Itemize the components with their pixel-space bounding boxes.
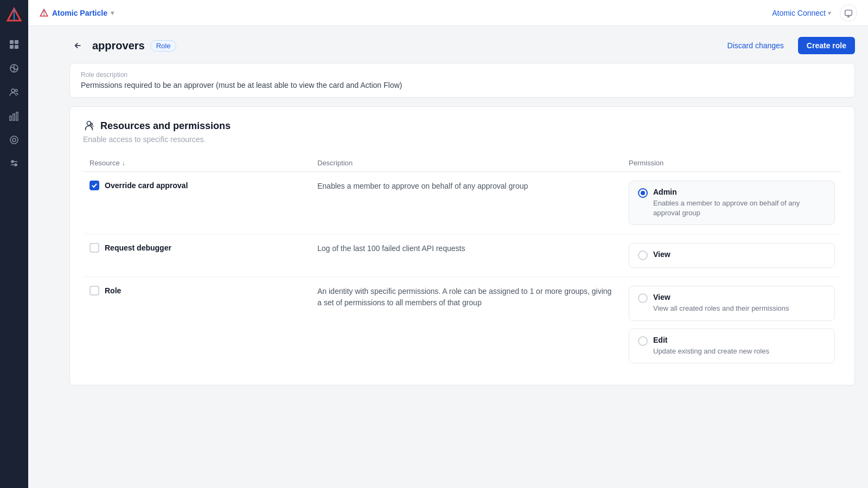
sidebar-item-connections[interactable] bbox=[4, 59, 24, 78]
checkbox-override-card-approval[interactable] bbox=[90, 181, 99, 190]
col-resource: Resource ↓ bbox=[90, 159, 317, 167]
permissions-card: Resources and permissions Enable access … bbox=[69, 106, 855, 386]
svg-rect-4 bbox=[10, 45, 14, 49]
resource-name-debugger: Request debugger bbox=[105, 243, 171, 252]
radio-option-view-role[interactable]: View View all created roles and their pe… bbox=[629, 286, 835, 320]
permissions-subtitle: Enable access to specific resources. bbox=[83, 135, 841, 144]
description-debugger: Log of the last 100 failed client API re… bbox=[317, 243, 629, 254]
app-name-label: Atomic Particle bbox=[52, 9, 107, 17]
sidebar-item-sliders[interactable] bbox=[4, 154, 24, 174]
table-row: Role An identity with specific permissio… bbox=[83, 277, 841, 371]
svg-point-16 bbox=[11, 160, 14, 163]
create-role-button[interactable]: Create role bbox=[798, 37, 855, 54]
svg-point-14 bbox=[12, 138, 16, 142]
description-label: Role description bbox=[81, 71, 844, 79]
topnav: Atomic Particle ▾ Atomic Connect ▾ bbox=[28, 0, 868, 26]
app-name-chevron: ▾ bbox=[111, 9, 114, 17]
radio-btn-admin[interactable] bbox=[638, 188, 648, 198]
radio-title-edit-role: Edit bbox=[653, 336, 769, 344]
description-override: Enables a member to approve on behalf of… bbox=[317, 181, 629, 192]
app-name-nav[interactable]: Atomic Particle ▾ bbox=[39, 8, 114, 18]
resource-cell-role: Role bbox=[90, 286, 317, 296]
radio-title-view-debugger: View bbox=[653, 250, 671, 259]
resource-name-role: Role bbox=[105, 286, 121, 295]
col-permission: Permission bbox=[629, 159, 835, 167]
svg-point-26 bbox=[91, 123, 93, 125]
col-description: Description bbox=[317, 159, 629, 167]
permissions-title: Resources and permissions bbox=[100, 120, 231, 132]
permissions-header: Resources and permissions bbox=[83, 120, 841, 132]
svg-rect-10 bbox=[10, 116, 11, 120]
svg-rect-12 bbox=[16, 112, 18, 120]
description-text: Permissions required to be an approver (… bbox=[81, 81, 844, 89]
notifications-icon[interactable] bbox=[840, 4, 857, 22]
sidebar-item-dashboard[interactable] bbox=[4, 35, 24, 54]
radio-title-view-role: View bbox=[653, 293, 789, 301]
role-badge: Role bbox=[150, 40, 177, 52]
radio-option-edit-role[interactable]: Edit Update existing and create new role… bbox=[629, 329, 835, 363]
permission-cell-role: View View all created roles and their pe… bbox=[629, 286, 835, 363]
table-header: Resource ↓ Description Permission bbox=[83, 155, 841, 172]
page-title: approvers bbox=[92, 40, 145, 52]
app-logo[interactable] bbox=[5, 7, 23, 24]
radio-option-view-debugger[interactable]: View bbox=[629, 243, 835, 268]
table-row: Request debugger Log of the last 100 fai… bbox=[83, 234, 841, 277]
permission-cell-override: Admin Enables a member to approve on beh… bbox=[629, 181, 835, 225]
resource-cell-override: Override card approval bbox=[90, 181, 317, 190]
description-box: Role description Permissions required to… bbox=[69, 63, 855, 98]
svg-rect-5 bbox=[15, 45, 18, 49]
sidebar-item-users[interactable] bbox=[4, 82, 24, 102]
svg-rect-11 bbox=[13, 114, 15, 120]
radio-btn-edit-role[interactable] bbox=[638, 336, 648, 346]
discard-changes-button[interactable]: Discard changes bbox=[720, 37, 792, 54]
sidebar-item-analytics[interactable] bbox=[4, 106, 24, 126]
main-content: approvers Role Discard changes Create ro… bbox=[56, 26, 868, 488]
page-header: approvers Role Discard changes Create ro… bbox=[69, 37, 855, 54]
page-header-right: Discard changes Create role bbox=[720, 37, 855, 54]
radio-desc-edit-role: Update existing and create new roles bbox=[653, 346, 769, 356]
radio-title-admin: Admin bbox=[653, 188, 826, 196]
svg-rect-3 bbox=[15, 40, 18, 44]
radio-btn-view-debugger[interactable] bbox=[638, 251, 648, 260]
sidebar bbox=[0, 0, 28, 488]
checkbox-role[interactable] bbox=[90, 286, 99, 296]
back-button[interactable] bbox=[69, 37, 87, 54]
workspace-link[interactable]: Atomic Connect ▾ bbox=[772, 9, 831, 17]
permissions-icon bbox=[83, 120, 95, 132]
description-role: An identity with specific permissions. A… bbox=[317, 286, 629, 309]
svg-point-13 bbox=[10, 136, 18, 144]
radio-option-admin[interactable]: Admin Enables a member to approve on beh… bbox=[629, 181, 835, 225]
svg-point-9 bbox=[15, 89, 17, 92]
svg-point-18 bbox=[15, 164, 17, 166]
radio-desc-admin: Enables a member to approve on behalf of… bbox=[653, 198, 826, 218]
svg-rect-21 bbox=[845, 10, 852, 15]
checkbox-request-debugger[interactable] bbox=[90, 243, 99, 253]
resource-name-override: Override card approval bbox=[105, 181, 188, 190]
sidebar-item-circle[interactable] bbox=[4, 130, 24, 150]
radio-desc-view-role: View all created roles and their permiss… bbox=[653, 304, 789, 313]
permission-cell-debugger: View bbox=[629, 243, 835, 268]
workspace-chevron: ▾ bbox=[828, 9, 831, 17]
svg-point-8 bbox=[11, 89, 15, 92]
radio-btn-view-role[interactable] bbox=[638, 293, 648, 303]
table-row: Override card approval Enables a member … bbox=[83, 172, 841, 234]
resource-cell-debugger: Request debugger bbox=[90, 243, 317, 253]
page-header-left: approvers Role bbox=[69, 37, 176, 54]
svg-rect-2 bbox=[10, 40, 14, 44]
topnav-right: Atomic Connect ▾ bbox=[772, 4, 857, 22]
